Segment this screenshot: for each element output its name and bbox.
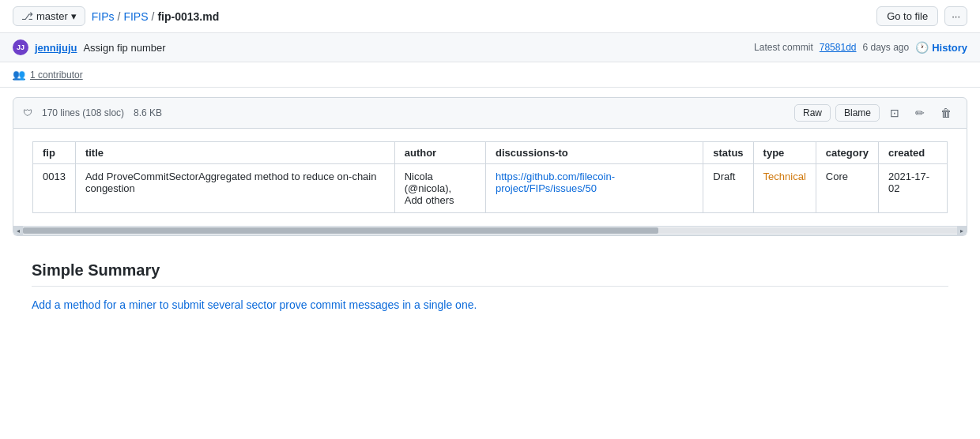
table-body: 0013 Add ProveCommitSectorAggregated met…	[33, 164, 948, 213]
breadcrumb: FIPs / FIPS / fip-0013.md	[92, 10, 220, 23]
file-header-left: ⎇ master ▾ FIPs / FIPS / fip-0013.md	[13, 6, 219, 26]
breadcrumb-fips-folder[interactable]: FIPS	[123, 10, 148, 23]
markdown-section: Simple Summary Add a method for a miner …	[13, 249, 967, 313]
breadcrumb-current-file: fip-0013.md	[157, 10, 219, 23]
scroll-left-arrow[interactable]: ◂	[13, 226, 23, 235]
file-content: fip title author discussions-to status t…	[13, 129, 967, 236]
breadcrumb-sep-1: /	[118, 10, 121, 23]
go-to-file-button[interactable]: Go to file	[876, 6, 938, 26]
scroll-right-arrow[interactable]: ▸	[957, 226, 967, 235]
commit-bar-right: Latest commit 78581dd 6 days ago 🕐 Histo…	[754, 41, 967, 54]
branch-selector[interactable]: ⎇ master ▾	[13, 6, 85, 26]
commit-bar-left: JJ jennijuju Assign fip number	[13, 39, 166, 55]
contributors-icon: 👥	[13, 69, 25, 81]
file-info-bar: 🛡 170 lines (108 sloc) 8.6 KB Raw Blame …	[13, 97, 967, 129]
history-label: History	[932, 42, 967, 54]
trash-icon: 🗑	[940, 107, 952, 119]
latest-commit-label: Latest commit	[754, 42, 813, 53]
scroll-thumb[interactable]	[23, 227, 658, 234]
col-header-created: created	[879, 142, 948, 164]
col-header-fip: fip	[33, 142, 76, 164]
scroll-track[interactable]	[23, 227, 957, 234]
simple-summary-heading: Simple Summary	[32, 261, 948, 287]
history-link[interactable]: 🕐 History	[915, 41, 967, 54]
commit-message: Assign fip number	[83, 42, 165, 54]
blame-button[interactable]: Blame	[835, 104, 880, 122]
lines-count: 170 lines (108 sloc)	[42, 107, 124, 118]
file-header: ⎇ master ▾ FIPs / FIPS / fip-0013.md Go …	[0, 0, 980, 33]
cell-category: Core	[816, 164, 878, 213]
cell-title: Add ProveCommitSectorAggregated method t…	[75, 164, 394, 213]
more-options-button[interactable]: ···	[944, 6, 967, 26]
display-mode-button[interactable]: ⊡	[884, 103, 905, 123]
col-header-title: title	[75, 142, 394, 164]
col-header-type: type	[753, 142, 816, 164]
contributors-bar: 👥 1 contributor	[0, 62, 980, 88]
breadcrumb-fips-root[interactable]: FIPs	[92, 10, 115, 23]
edit-icon: ✏	[915, 107, 925, 119]
file-info-right: Raw Blame ⊡ ✏ 🗑	[794, 103, 957, 123]
cell-author: Nicola (@nicola), Add others	[394, 164, 485, 213]
file-size: 8.6 KB	[134, 107, 162, 118]
contributors-label: 1 contributor	[30, 69, 83, 81]
history-icon: 🕐	[915, 41, 929, 54]
shield-icon: 🛡	[23, 107, 32, 118]
delete-button[interactable]: 🗑	[935, 103, 957, 123]
cell-type: Technical	[753, 164, 816, 213]
chevron-down-icon: ▾	[71, 10, 77, 22]
cell-status: Draft	[703, 164, 753, 213]
col-header-status: status	[703, 142, 753, 164]
commit-time: 6 days ago	[862, 42, 909, 53]
breadcrumb-sep-2: /	[152, 10, 155, 23]
avatar: JJ	[13, 39, 28, 55]
discussions-link[interactable]: https://github.com/filecoin-project/FIPs…	[496, 171, 615, 194]
table-row: 0013 Add ProveCommitSectorAggregated met…	[33, 164, 948, 213]
table-header-row: fip title author discussions-to status t…	[33, 142, 948, 164]
file-header-right: Go to file ···	[876, 6, 967, 26]
file-info-left: 🛡 170 lines (108 sloc) 8.6 KB	[23, 107, 162, 118]
commit-bar: JJ jennijuju Assign fip number Latest co…	[0, 33, 980, 62]
cell-fip: 0013	[33, 164, 76, 213]
cell-discussions: https://github.com/filecoin-project/FIPs…	[486, 164, 703, 213]
col-header-discussions-to: discussions-to	[486, 142, 703, 164]
contributors-link[interactable]: 👥 1 contributor	[13, 69, 83, 81]
summary-text: Add a method for a miner to submit sever…	[32, 298, 477, 311]
cell-created: 2021-17-02	[879, 164, 948, 213]
summary-paragraph: Add a method for a miner to submit sever…	[32, 296, 948, 313]
table-header: fip title author discussions-to status t…	[33, 142, 948, 164]
fip-table: fip title author discussions-to status t…	[32, 141, 948, 213]
col-header-category: category	[816, 142, 878, 164]
edit-button[interactable]: ✏	[910, 103, 930, 123]
branch-label: master	[36, 10, 68, 22]
raw-button[interactable]: Raw	[794, 104, 831, 122]
col-header-author: author	[394, 142, 485, 164]
table-scrollbar[interactable]: ◂ ▸	[13, 226, 967, 235]
display-icon: ⊡	[890, 107, 899, 119]
file-content-inner: fip title author discussions-to status t…	[13, 129, 967, 226]
branch-icon: ⎇	[21, 10, 33, 22]
commit-author-link[interactable]: jennijuju	[35, 42, 77, 54]
commit-hash-link[interactable]: 78581dd	[820, 42, 857, 53]
